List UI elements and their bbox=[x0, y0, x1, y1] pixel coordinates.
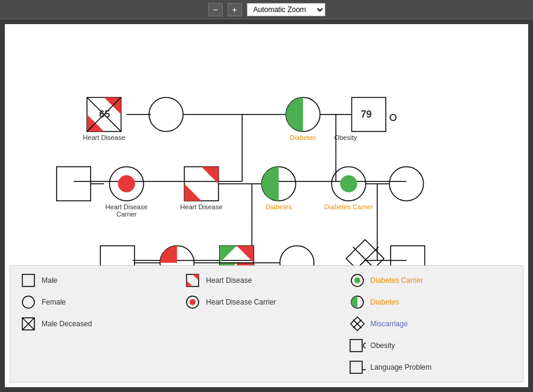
legend-male-symbol bbox=[20, 272, 37, 289]
svg-point-38 bbox=[340, 175, 357, 192]
legend-col-3: Diabetes Carrier Diabetes bbox=[349, 272, 513, 376]
svg-point-77 bbox=[22, 296, 34, 308]
legend-heart-disease-carrier-symbol bbox=[184, 294, 201, 311]
legend-female-symbol bbox=[20, 294, 37, 311]
main-content: 79 Obesity Diabetes 65 Hea bbox=[5, 24, 528, 387]
legend-obesity-label: Obesity bbox=[371, 341, 395, 350]
svg-point-1 bbox=[149, 98, 183, 131]
legend-diabetes-carrier: Diabetes Carrier bbox=[349, 272, 513, 289]
legend-heart-disease-carrier-label: Heart Disease Carrier bbox=[206, 298, 276, 306]
legend-heart-disease-label: Heart Disease bbox=[206, 276, 252, 285]
svg-text:79: 79 bbox=[361, 109, 372, 119]
svg-text:Heart Disease: Heart Disease bbox=[106, 203, 148, 210]
legend-obesity: Obesity bbox=[349, 337, 513, 354]
legend-male-deceased-label: Male Deceased bbox=[42, 320, 92, 328]
legend-male: Male bbox=[20, 272, 184, 289]
legend-male-deceased-symbol bbox=[20, 315, 37, 332]
svg-marker-82 bbox=[193, 274, 199, 280]
legend-male-deceased: Male Deceased bbox=[20, 315, 184, 332]
svg-rect-76 bbox=[22, 274, 34, 286]
legend-heart-disease: Heart Disease bbox=[184, 272, 348, 289]
svg-text:Diabetes: Diabetes bbox=[290, 134, 316, 141]
svg-point-87 bbox=[354, 277, 360, 283]
legend: Male Female Male bbox=[10, 265, 523, 382]
svg-marker-30 bbox=[184, 184, 201, 201]
svg-point-93 bbox=[363, 343, 366, 348]
legend-col-1: Male Female Male bbox=[20, 272, 184, 376]
legend-female-label: Female bbox=[42, 298, 66, 306]
svg-rect-94 bbox=[350, 361, 362, 373]
legend-language-problem-symbol bbox=[349, 359, 366, 376]
svg-text:Obesity: Obesity bbox=[334, 134, 357, 141]
legend-language-problem: Language Problem bbox=[349, 359, 513, 376]
legend-miscarriage: Miscarriage bbox=[349, 315, 513, 332]
svg-marker-83 bbox=[187, 280, 193, 286]
svg-point-40 bbox=[389, 166, 423, 200]
legend-female: Female bbox=[20, 294, 184, 311]
zoom-out-button[interactable]: − bbox=[208, 3, 223, 16]
svg-rect-22 bbox=[57, 166, 91, 200]
legend-diabetes-carrier-symbol bbox=[349, 272, 366, 289]
legend-obesity-symbol bbox=[349, 337, 366, 354]
svg-text:65: 65 bbox=[99, 109, 110, 119]
zoom-in-button[interactable]: + bbox=[228, 3, 242, 16]
svg-rect-92 bbox=[350, 340, 362, 352]
svg-text:Heart Disease: Heart Disease bbox=[83, 134, 125, 141]
legend-col-2: Heart Disease Heart Disease Carrier bbox=[184, 272, 348, 376]
legend-miscarriage-label: Miscarriage bbox=[371, 320, 408, 328]
svg-text:Heart Disease: Heart Disease bbox=[180, 203, 223, 210]
pedigree-area: 79 Obesity Diabetes 65 Hea bbox=[5, 24, 528, 387]
svg-text:Diabetes Carrier: Diabetes Carrier bbox=[324, 203, 373, 210]
svg-point-6 bbox=[390, 115, 396, 121]
legend-miscarriage-symbol bbox=[349, 315, 366, 332]
svg-point-85 bbox=[190, 299, 196, 305]
svg-text:Carrier: Carrier bbox=[116, 210, 137, 218]
svg-point-25 bbox=[118, 175, 135, 192]
legend-diabetes: Diabetes bbox=[349, 294, 513, 311]
legend-male-label: Male bbox=[42, 276, 57, 285]
legend-diabetes-carrier-label: Diabetes Carrier bbox=[371, 276, 423, 285]
legend-diabetes-label: Diabetes bbox=[371, 298, 399, 306]
toolbar: − + Automatic Zoom 50% 75% 100% 125% 150… bbox=[0, 0, 533, 19]
legend-diabetes-symbol bbox=[349, 294, 366, 311]
legend-language-problem-label: Language Problem bbox=[371, 363, 432, 371]
legend-heart-disease-carrier: Heart Disease Carrier bbox=[184, 294, 348, 311]
svg-text:Diabetes: Diabetes bbox=[266, 203, 292, 210]
legend-heart-disease-symbol bbox=[184, 272, 201, 289]
zoom-select[interactable]: Automatic Zoom 50% 75% 100% 125% 150% bbox=[247, 3, 325, 16]
